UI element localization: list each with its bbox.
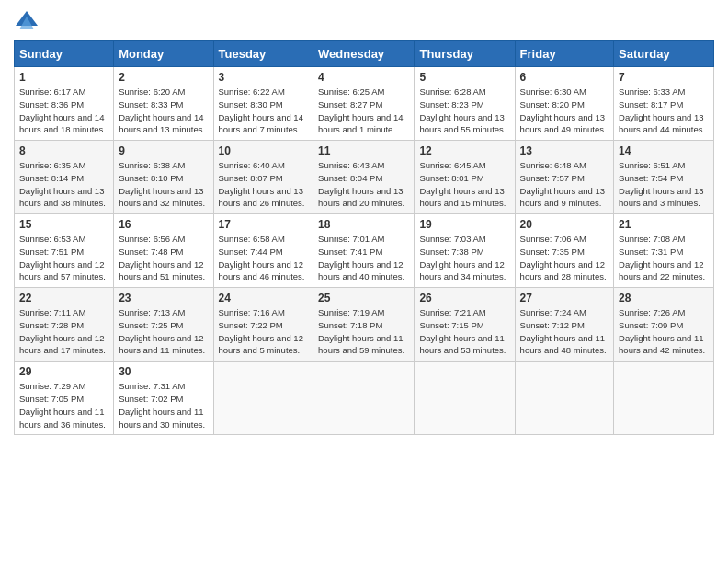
calendar-cell: 25 Sunrise: 7:19 AM Sunset: 7:18 PM Dayl… — [313, 288, 415, 362]
calendar-cell: 23 Sunrise: 7:13 AM Sunset: 7:25 PM Dayl… — [114, 288, 213, 362]
calendar-cell: 4 Sunrise: 6:25 AM Sunset: 8:27 PM Dayli… — [313, 67, 415, 141]
weekday-header-tuesday: Tuesday — [213, 41, 313, 67]
day-number: 11 — [318, 144, 409, 157]
day-number: 14 — [619, 144, 709, 157]
day-info: Sunrise: 7:21 AM Sunset: 7:15 PM Dayligh… — [419, 306, 509, 357]
calendar-cell: 21 Sunrise: 7:08 AM Sunset: 7:31 PM Dayl… — [614, 214, 714, 288]
day-number: 16 — [119, 218, 208, 231]
calendar-cell: 24 Sunrise: 7:16 AM Sunset: 7:22 PM Dayl… — [213, 288, 313, 362]
day-info: Sunrise: 7:26 AM Sunset: 7:09 PM Dayligh… — [619, 306, 709, 357]
calendar-cell: 2 Sunrise: 6:20 AM Sunset: 8:33 PM Dayli… — [114, 67, 213, 141]
day-number: 21 — [619, 218, 709, 231]
week-row-3: 15 Sunrise: 6:53 AM Sunset: 7:51 PM Dayl… — [15, 214, 714, 288]
day-info: Sunrise: 7:29 AM Sunset: 7:05 PM Dayligh… — [19, 380, 108, 431]
day-info: Sunrise: 6:53 AM Sunset: 7:51 PM Dayligh… — [19, 233, 108, 283]
day-number: 10 — [219, 144, 309, 157]
calendar-cell: 6 Sunrise: 6:30 AM Sunset: 8:20 PM Dayli… — [515, 67, 613, 141]
calendar-cell: 29 Sunrise: 7:29 AM Sunset: 7:05 PM Dayl… — [15, 362, 114, 435]
logo — [14, 9, 43, 35]
day-info: Sunrise: 6:43 AM Sunset: 8:04 PM Dayligh… — [318, 159, 409, 210]
weekday-header-thursday: Thursday — [415, 41, 515, 67]
day-number: 27 — [520, 292, 609, 304]
day-info: Sunrise: 7:19 AM Sunset: 7:18 PM Dayligh… — [318, 306, 409, 357]
day-info: Sunrise: 6:20 AM Sunset: 8:33 PM Dayligh… — [119, 86, 208, 136]
day-info: Sunrise: 7:31 AM Sunset: 7:02 PM Dayligh… — [119, 380, 208, 431]
calendar-cell: 17 Sunrise: 6:58 AM Sunset: 7:44 PM Dayl… — [213, 214, 313, 288]
calendar-cell: 3 Sunrise: 6:22 AM Sunset: 8:30 PM Dayli… — [213, 67, 313, 141]
calendar-cell: 15 Sunrise: 6:53 AM Sunset: 7:51 PM Dayl… — [15, 214, 114, 288]
day-info: Sunrise: 6:17 AM Sunset: 8:36 PM Dayligh… — [19, 86, 108, 136]
calendar-cell: 14 Sunrise: 6:51 AM Sunset: 7:54 PM Dayl… — [614, 141, 714, 214]
weekday-header-saturday: Saturday — [614, 41, 714, 67]
calendar-table: SundayMondayTuesdayWednesdayThursdayFrid… — [14, 40, 714, 435]
calendar-cell — [415, 362, 515, 435]
weekday-header-sunday: Sunday — [15, 41, 114, 67]
day-info: Sunrise: 7:13 AM Sunset: 7:25 PM Dayligh… — [119, 306, 208, 357]
day-info: Sunrise: 7:06 AM Sunset: 7:35 PM Dayligh… — [520, 233, 609, 283]
day-info: Sunrise: 6:45 AM Sunset: 8:01 PM Dayligh… — [419, 159, 509, 210]
calendar-cell: 20 Sunrise: 7:06 AM Sunset: 7:35 PM Dayl… — [515, 214, 613, 288]
calendar-cell — [614, 362, 714, 435]
logo-icon — [14, 9, 40, 35]
calendar-cell: 26 Sunrise: 7:21 AM Sunset: 7:15 PM Dayl… — [415, 288, 515, 362]
weekday-header-friday: Friday — [515, 41, 613, 67]
day-number: 18 — [318, 218, 409, 231]
day-number: 17 — [219, 218, 309, 231]
day-number: 20 — [520, 218, 609, 231]
header — [14, 9, 714, 35]
calendar-cell: 11 Sunrise: 6:43 AM Sunset: 8:04 PM Dayl… — [313, 141, 415, 214]
day-info: Sunrise: 6:51 AM Sunset: 7:54 PM Dayligh… — [619, 159, 709, 210]
day-number: 1 — [19, 71, 108, 84]
calendar-cell: 28 Sunrise: 7:26 AM Sunset: 7:09 PM Dayl… — [614, 288, 714, 362]
day-number: 7 — [619, 71, 709, 84]
calendar-cell: 7 Sunrise: 6:33 AM Sunset: 8:17 PM Dayli… — [614, 67, 714, 141]
day-info: Sunrise: 6:58 AM Sunset: 7:44 PM Dayligh… — [219, 233, 309, 283]
calendar-cell — [213, 362, 313, 435]
calendar-cell — [515, 362, 613, 435]
day-number: 8 — [19, 144, 108, 157]
day-number: 9 — [119, 144, 208, 157]
calendar-cell: 16 Sunrise: 6:56 AM Sunset: 7:48 PM Dayl… — [114, 214, 213, 288]
page: SundayMondayTuesdayWednesdayThursdayFrid… — [0, 0, 728, 563]
weekday-header-row: SundayMondayTuesdayWednesdayThursdayFrid… — [15, 41, 714, 67]
day-number: 29 — [19, 365, 108, 378]
day-info: Sunrise: 6:38 AM Sunset: 8:10 PM Dayligh… — [119, 159, 208, 210]
day-info: Sunrise: 7:08 AM Sunset: 7:31 PM Dayligh… — [619, 233, 709, 283]
calendar-cell: 9 Sunrise: 6:38 AM Sunset: 8:10 PM Dayli… — [114, 141, 213, 214]
day-info: Sunrise: 6:35 AM Sunset: 8:14 PM Dayligh… — [19, 159, 108, 210]
calendar-cell: 5 Sunrise: 6:28 AM Sunset: 8:23 PM Dayli… — [415, 67, 515, 141]
day-number: 28 — [619, 292, 709, 304]
week-row-2: 8 Sunrise: 6:35 AM Sunset: 8:14 PM Dayli… — [15, 141, 714, 214]
calendar-cell — [313, 362, 415, 435]
day-info: Sunrise: 7:11 AM Sunset: 7:28 PM Dayligh… — [19, 306, 108, 357]
day-info: Sunrise: 7:01 AM Sunset: 7:41 PM Dayligh… — [318, 233, 409, 283]
calendar-cell: 18 Sunrise: 7:01 AM Sunset: 7:41 PM Dayl… — [313, 214, 415, 288]
day-info: Sunrise: 6:28 AM Sunset: 8:23 PM Dayligh… — [419, 86, 509, 136]
week-row-5: 29 Sunrise: 7:29 AM Sunset: 7:05 PM Dayl… — [15, 362, 714, 435]
day-info: Sunrise: 7:03 AM Sunset: 7:38 PM Dayligh… — [419, 233, 509, 283]
calendar-cell: 19 Sunrise: 7:03 AM Sunset: 7:38 PM Dayl… — [415, 214, 515, 288]
calendar-cell: 8 Sunrise: 6:35 AM Sunset: 8:14 PM Dayli… — [15, 141, 114, 214]
calendar-cell: 22 Sunrise: 7:11 AM Sunset: 7:28 PM Dayl… — [15, 288, 114, 362]
day-info: Sunrise: 6:56 AM Sunset: 7:48 PM Dayligh… — [119, 233, 208, 283]
day-info: Sunrise: 6:30 AM Sunset: 8:20 PM Dayligh… — [520, 86, 609, 136]
day-number: 3 — [219, 71, 309, 84]
week-row-4: 22 Sunrise: 7:11 AM Sunset: 7:28 PM Dayl… — [15, 288, 714, 362]
day-info: Sunrise: 6:25 AM Sunset: 8:27 PM Dayligh… — [318, 86, 409, 136]
weekday-header-monday: Monday — [114, 41, 213, 67]
day-info: Sunrise: 7:16 AM Sunset: 7:22 PM Dayligh… — [219, 306, 309, 357]
calendar-cell: 30 Sunrise: 7:31 AM Sunset: 7:02 PM Dayl… — [114, 362, 213, 435]
day-number: 25 — [318, 292, 409, 304]
day-number: 24 — [219, 292, 309, 304]
day-info: Sunrise: 7:24 AM Sunset: 7:12 PM Dayligh… — [520, 306, 609, 357]
day-number: 22 — [19, 292, 108, 304]
day-number: 30 — [119, 365, 208, 378]
day-number: 2 — [119, 71, 208, 84]
day-number: 26 — [419, 292, 509, 304]
day-info: Sunrise: 6:22 AM Sunset: 8:30 PM Dayligh… — [219, 86, 309, 136]
day-number: 12 — [419, 144, 509, 157]
day-number: 19 — [419, 218, 509, 231]
day-number: 6 — [520, 71, 609, 84]
calendar-cell: 1 Sunrise: 6:17 AM Sunset: 8:36 PM Dayli… — [15, 67, 114, 141]
weekday-header-wednesday: Wednesday — [313, 41, 415, 67]
